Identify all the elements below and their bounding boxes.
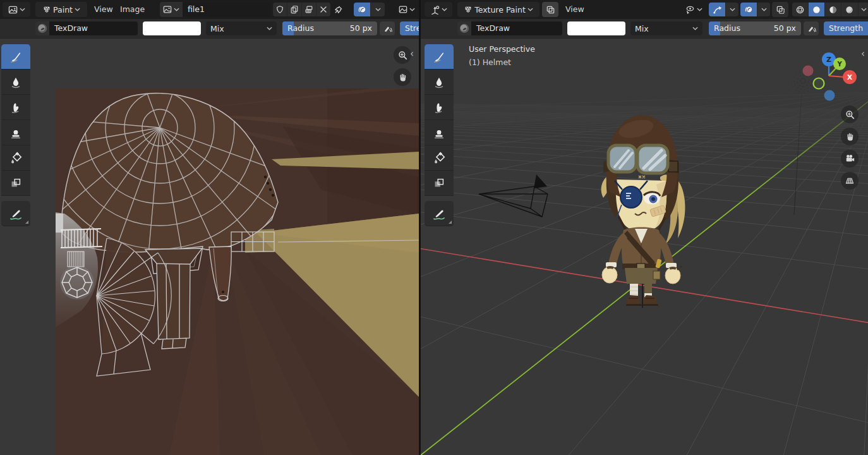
orientation-gizmo[interactable]: Z Y X [791, 43, 867, 104]
mask-squares-icon [9, 176, 23, 190]
fill-bucket-icon [432, 151, 446, 165]
brush-name-field[interactable]: TexDraw [49, 21, 138, 35]
brush-falloff-button[interactable] [354, 3, 370, 16]
image-name-field[interactable]: file1 [183, 3, 270, 16]
radius-slider[interactable]: Radius 50 px [282, 21, 377, 35]
pan-hand-icon [397, 72, 408, 83]
fill-bucket-icon [9, 151, 23, 165]
shading-solid-button[interactable] [808, 3, 824, 16]
falloff-dropdown[interactable] [370, 3, 385, 16]
gizmo-neg-x[interactable] [803, 66, 814, 76]
tool-mask[interactable] [425, 171, 454, 196]
viewport-pan-button[interactable] [841, 128, 859, 145]
chevron-down-icon [697, 8, 702, 11]
brush-preview-button[interactable] [457, 21, 471, 35]
soften-drop-icon [432, 75, 446, 89]
tool-annotate[interactable] [1, 201, 30, 226]
mask-texture-icon [546, 5, 555, 15]
shading-dropdown[interactable] [858, 3, 868, 16]
radius-pressure-button[interactable] [380, 21, 395, 35]
viewport-editor-icon [430, 5, 440, 15]
display-channels-dropdown[interactable] [395, 2, 418, 17]
stroke-curve-dropdown[interactable] [725, 3, 738, 16]
strength-slider[interactable]: Strength [824, 21, 868, 35]
stroke-curve-button[interactable] [709, 3, 725, 16]
visibility-dropdown[interactable] [681, 2, 706, 17]
shading-rendered-button[interactable] [841, 3, 857, 16]
paint-mode-label: Paint [53, 5, 73, 15]
browse-image-button[interactable] [160, 2, 183, 17]
gizmo-neg-z[interactable] [824, 90, 835, 101]
paint-mode-dropdown[interactable]: Paint [35, 2, 87, 17]
blend-mode-dropdown[interactable]: Mix [630, 21, 702, 35]
pack-image-button[interactable] [301, 3, 316, 16]
tool-smear[interactable] [425, 95, 454, 120]
viewport-zoom-button[interactable] [841, 106, 859, 123]
chevron-down-icon [442, 8, 447, 11]
blend-mode-dropdown[interactable]: Mix [206, 21, 277, 35]
tool-group-corner [449, 221, 452, 224]
chevron-down-icon [174, 8, 179, 11]
radius-pressure-button[interactable] [804, 21, 819, 35]
tool-draw-brush[interactable] [1, 44, 30, 70]
brush-falloff-button[interactable] [740, 3, 757, 16]
tool-annotate[interactable] [425, 201, 454, 226]
brush-color-swatch[interactable] [143, 21, 201, 35]
paint-mode-icon [42, 5, 51, 14]
menu-image[interactable]: Image [120, 4, 145, 14]
close-x-icon [320, 6, 327, 13]
image-pan-button[interactable] [394, 68, 411, 86]
brush-preview-button[interactable] [35, 21, 49, 35]
image-datablock-buttons [273, 3, 330, 16]
shading-wireframe-button[interactable] [792, 3, 808, 16]
radius-slider[interactable]: Radius 50 px [709, 21, 801, 35]
tool-mask[interactable] [1, 171, 30, 196]
brush-name-field[interactable]: TexDraw [471, 21, 562, 35]
tool-soften[interactable] [1, 70, 30, 95]
tool-fill[interactable] [425, 145, 454, 171]
chevron-down-icon [861, 8, 867, 11]
gizmo-neg-y[interactable] [814, 78, 824, 89]
editor-type-button[interactable] [3, 2, 30, 17]
falloff-dropdown[interactable] [757, 3, 770, 16]
viewport-camera-button[interactable] [841, 150, 859, 167]
strength-slider[interactable]: Strength [400, 21, 419, 35]
strength-label: Strength [405, 23, 419, 33]
tool-soften[interactable] [425, 70, 454, 95]
chevron-down-icon [409, 8, 415, 11]
menu-view[interactable]: View [94, 4, 113, 14]
texture-mask-button[interactable] [542, 2, 558, 17]
camera-object[interactable] [479, 174, 548, 217]
falloff-sphere-icon [744, 5, 754, 15]
tool-clone[interactable] [1, 120, 30, 145]
tool-draw-brush[interactable] [425, 44, 454, 70]
viewport-sidebar-collapse[interactable]: ‹ [861, 48, 865, 59]
brush-color-swatch[interactable] [567, 21, 625, 35]
tool-smear[interactable] [1, 95, 30, 120]
blend-mode-value: Mix [635, 24, 649, 33]
overlays-toggle[interactable] [772, 2, 788, 17]
viewport-ortho-button[interactable] [841, 172, 859, 190]
menu-view[interactable]: View [565, 4, 584, 14]
viewport-paint-toolbar [425, 44, 454, 226]
texture-paint-mode-dropdown[interactable]: Texture Paint [457, 2, 539, 17]
pin-image-button[interactable] [331, 2, 345, 17]
stroke-curve-group [709, 3, 738, 16]
smear-finger-icon [432, 100, 446, 114]
image-zoom-button[interactable] [394, 46, 411, 64]
blend-mode-value: Mix [210, 24, 224, 33]
fake-user-button[interactable] [273, 3, 287, 16]
falloff-group [354, 3, 385, 16]
shading-material-button[interactable] [824, 3, 841, 16]
smear-finger-icon [9, 100, 23, 114]
chevron-down-icon [527, 8, 533, 11]
texture-paint-canvas[interactable] [56, 88, 419, 455]
helmet-character-object[interactable] [591, 109, 692, 306]
editor-type-button[interactable] [425, 2, 452, 17]
gizmo-y-label: Y [836, 61, 842, 68]
unlink-image-button[interactable] [316, 3, 330, 16]
duplicate-image-button[interactable] [287, 3, 301, 16]
image-sidebar-collapse[interactable]: ‹ [410, 48, 414, 59]
tool-clone[interactable] [425, 120, 454, 145]
tool-fill[interactable] [1, 145, 30, 171]
